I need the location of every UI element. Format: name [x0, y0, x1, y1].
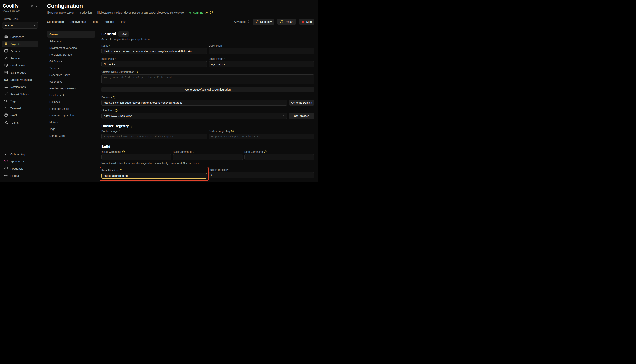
- sidebar-item-tags[interactable]: Tags: [2, 98, 38, 104]
- build-command-input[interactable]: [173, 154, 243, 160]
- static-image-select[interactable]: nginx:alpine: [209, 61, 315, 67]
- publish-directory-input[interactable]: [209, 172, 315, 178]
- info-icon: [193, 150, 195, 153]
- status-badge[interactable]: Running: [193, 11, 203, 14]
- subnav-danger-zone[interactable]: Danger Zone: [47, 132, 95, 139]
- set-direction-button[interactable]: Set Direction: [289, 113, 314, 119]
- base-directory-input[interactable]: [101, 173, 207, 178]
- subnav-healthcheck[interactable]: Healthcheck: [47, 92, 95, 98]
- redeploy-button[interactable]: Redeploy: [253, 18, 274, 25]
- direction-select[interactable]: Allow www & non-www.: [101, 113, 287, 119]
- sidebar-item-feedback[interactable]: Feedback: [2, 165, 38, 172]
- chevrons-up-down-icon[interactable]: [35, 4, 38, 7]
- subnav-scheduled-tasks[interactable]: Scheduled Tasks: [47, 72, 95, 78]
- subnav-tags[interactable]: Tags: [47, 126, 95, 132]
- custom-nginx-textarea[interactable]: [101, 74, 314, 84]
- sidebar-item-label: Dashboard: [10, 35, 24, 38]
- info-icon: [135, 70, 138, 73]
- sidebar-item-destinations[interactable]: Destinations: [2, 62, 38, 69]
- theme-sun-icon[interactable]: [30, 4, 34, 8]
- custom-nginx-label: Custom Nginx Configuration: [101, 70, 314, 74]
- subnav-persistent-storage[interactable]: Persistent Storage: [47, 51, 95, 58]
- sidebar-item-profile[interactable]: Profile: [2, 112, 38, 119]
- subnav-git-source[interactable]: Git Source: [47, 58, 95, 64]
- breadcrumb-application[interactable]: illicitestonion/-module--decomposition:m…: [97, 11, 184, 14]
- subnav-environment-variables[interactable]: Environment Variables: [47, 44, 95, 51]
- current-team-label: Current Team: [2, 18, 38, 20]
- sidebar-item-terminal[interactable]: Terminal: [2, 105, 38, 112]
- sidebar-item-teams[interactable]: Teams: [2, 119, 38, 126]
- install-command-label: Install Command: [101, 150, 171, 153]
- status-dot: [189, 12, 191, 14]
- subnav-webhooks[interactable]: Webhooks: [47, 78, 95, 85]
- subnav-preview-deployments[interactable]: Preview Deployments: [47, 85, 95, 92]
- sidebar-item-logout[interactable]: Logout: [2, 172, 38, 179]
- page-title: Configuration: [47, 3, 314, 9]
- generate-nginx-button[interactable]: Generate Default Nginx Configuration: [101, 86, 314, 92]
- sidebar-item-onboarding[interactable]: Onboarding: [2, 151, 38, 158]
- advanced-menu[interactable]: Advanced: [234, 20, 250, 23]
- subnav-rollback[interactable]: Rollback: [47, 98, 95, 105]
- chevrons-up-down-icon: [127, 20, 130, 23]
- build-command-label: Build Command: [173, 150, 243, 153]
- sidebar-item-notifications[interactable]: Notifications: [2, 84, 38, 90]
- tabs-row: Configuration Deployments Logs Terminal …: [47, 18, 314, 25]
- info-icon: [115, 109, 118, 112]
- generate-domain-button[interactable]: Generate Domain: [289, 100, 314, 106]
- tab-links[interactable]: Links: [120, 20, 130, 23]
- warning-triangle-icon[interactable]: [205, 11, 208, 14]
- heart-icon: [4, 159, 8, 164]
- tab-logs[interactable]: Logs: [92, 20, 98, 23]
- install-command-input[interactable]: [101, 154, 171, 160]
- breadcrumb-project[interactable]: illicitonion quote server: [47, 11, 74, 14]
- restart-button[interactable]: Restart: [277, 18, 296, 25]
- team-select[interactable]: Hosting: [2, 22, 38, 28]
- stop-button[interactable]: Stop: [299, 18, 314, 25]
- subnav-resource-limits[interactable]: Resource Limits: [47, 105, 95, 112]
- docker-image-tag-input[interactable]: [209, 134, 315, 139]
- build-pack-select[interactable]: Nixpacks: [101, 61, 207, 67]
- docker-image-input[interactable]: [101, 134, 207, 139]
- framework-docs-link[interactable]: Framework Specific Docs: [170, 162, 198, 164]
- tab-configuration[interactable]: Configuration: [47, 20, 64, 23]
- subnav-resource-operations[interactable]: Resource Operations: [47, 112, 95, 119]
- settings-subnav: General Advanced Environment Variables P…: [47, 31, 95, 182]
- description-label: Description: [209, 44, 315, 47]
- domains-label: Domains: [101, 96, 314, 99]
- start-command-input[interactable]: [245, 154, 314, 160]
- refresh-icon[interactable]: [210, 11, 213, 14]
- sidebar-item-servers[interactable]: Servers: [2, 48, 38, 54]
- sidebar-item-keys-tokens[interactable]: Keys & Tokens: [2, 90, 38, 97]
- info-icon: [264, 150, 267, 153]
- sidebar-item-sponsor[interactable]: Sponsor us: [2, 158, 38, 165]
- sidebar-item-label: Projects: [10, 42, 21, 46]
- domains-input[interactable]: [101, 100, 287, 106]
- restart-icon: [280, 20, 283, 23]
- subnav-metrics[interactable]: Metrics: [47, 119, 95, 126]
- start-command-label: Start Command: [245, 150, 314, 153]
- chevron-down-icon: [310, 63, 313, 66]
- subnav-advanced[interactable]: Advanced: [47, 38, 95, 44]
- description-input[interactable]: [209, 48, 315, 54]
- docker-image-tag-label: Docker Image Tag: [209, 130, 315, 132]
- tab-deployments[interactable]: Deployments: [69, 20, 86, 23]
- general-form: General Save General configuration for y…: [101, 31, 314, 182]
- sidebar-item-s3-storages[interactable]: S3 Storages: [2, 69, 38, 76]
- name-input[interactable]: [101, 48, 207, 54]
- main-content: Configuration illicitonion quote server …: [41, 0, 318, 182]
- section-heading-build: Build: [101, 144, 314, 149]
- breadcrumb-environment[interactable]: production: [79, 11, 92, 14]
- tab-terminal[interactable]: Terminal: [103, 20, 114, 23]
- sidebar-item-shared-variables[interactable]: (x) Shared Variables: [2, 76, 38, 83]
- sidebar-item-sources[interactable]: Sources: [2, 55, 38, 62]
- chevron-down-icon: [202, 63, 205, 66]
- subnav-general[interactable]: General: [47, 31, 95, 38]
- save-button[interactable]: Save: [118, 31, 129, 37]
- info-icon: [120, 169, 122, 172]
- subnav-servers[interactable]: Servers: [47, 65, 95, 71]
- variable-icon: (x): [4, 78, 8, 81]
- sidebar-item-dashboard[interactable]: Dashboard: [2, 34, 38, 40]
- terminal-icon: [4, 106, 8, 110]
- tabs-divider: [47, 27, 314, 27]
- sidebar-item-projects[interactable]: Projects: [2, 40, 38, 47]
